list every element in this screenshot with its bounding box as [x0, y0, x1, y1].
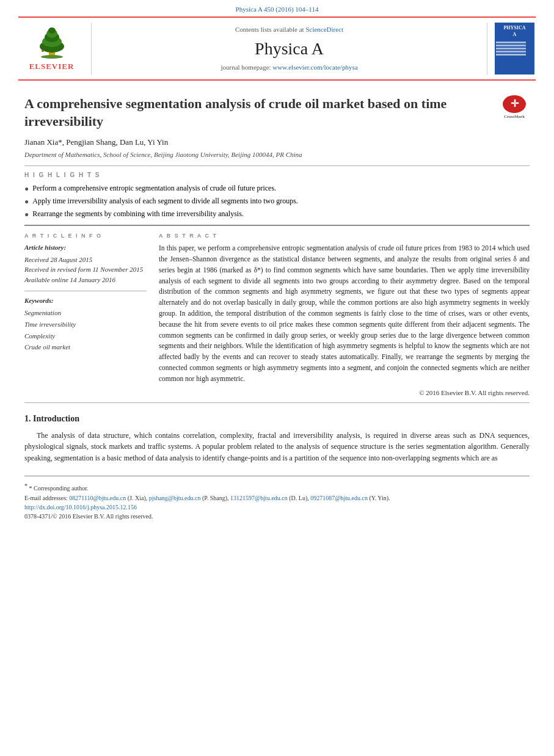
- elsevier-logo: ELSEVIER: [18, 23, 92, 75]
- highlights-title: H I G H L I G H T S: [24, 171, 530, 180]
- keywords-title: Keywords:: [24, 296, 147, 305]
- article-history-block: Article history: Received 28 August 2015…: [24, 243, 147, 285]
- divider-2: [24, 225, 530, 226]
- authors-text: Jianan Xia*, Pengjian Shang, Dan Lu, Yi …: [24, 137, 168, 147]
- received-date: Received 28 August 2015: [24, 255, 147, 265]
- article-title-text: A comprehensive segmentation analysis of…: [24, 95, 493, 130]
- doi-link[interactable]: http://dx.doi.org/10.1016/j.physa.2015.1…: [24, 504, 137, 511]
- svg-point-7: [42, 49, 44, 52]
- article-info-label: A R T I C L E I N F O: [24, 232, 147, 240]
- footnote-star-icon: *: [24, 482, 27, 489]
- divider-4: [24, 402, 530, 403]
- journal-cover: PHYSICAA: [487, 23, 536, 75]
- highlight-text-1: Perform a comprehensive entropic segment…: [32, 183, 276, 194]
- email-xia[interactable]: 08271110@bjtu.edu.cn: [69, 495, 126, 501]
- elsevier-brand-text: ELSEVIER: [29, 61, 75, 72]
- homepage-line: journal homepage: www.elsevier.com/locat…: [221, 63, 357, 72]
- highlight-item-2: ● Apply time irreversibility analysis of…: [24, 196, 530, 207]
- cover-image: PHYSICAA: [495, 23, 534, 75]
- email-lu[interactable]: 13121597@bjtu.edu.cn: [230, 495, 288, 501]
- email-yin[interactable]: 09271087@bjtu.edu.cn: [310, 495, 368, 501]
- two-column-layout: A R T I C L E I N F O Article history: R…: [24, 232, 530, 398]
- revised-date: Received in revised form 11 November 201…: [24, 264, 147, 275]
- left-column: A R T I C L E I N F O Article history: R…: [24, 232, 147, 398]
- available-date: Available online 14 January 2016: [24, 275, 147, 285]
- authors-line: Jianan Xia*, Pengjian Shang, Dan Lu, Yi …: [24, 137, 530, 148]
- article-body: A comprehensive segmentation analysis of…: [0, 81, 554, 532]
- introduction-section: 1. Introduction The analysis of data str…: [24, 413, 530, 463]
- journal-center: Contents lists available at ScienceDirec…: [92, 23, 487, 75]
- crossmark-label: CrossMark: [504, 114, 525, 120]
- bullet-icon-2: ●: [24, 197, 29, 207]
- article-title-block: A comprehensive segmentation analysis of…: [24, 95, 530, 130]
- journal-header: ELSEVIER Contents lists available at Sci…: [18, 16, 536, 81]
- issn-line: 0378-4371/© 2016 Elsevier B.V. All right…: [24, 512, 530, 521]
- doi-line: http://dx.doi.org/10.1016/j.physa.2015.1…: [24, 503, 530, 512]
- abstract-text: In this paper, we perform a comprehensiv…: [159, 243, 530, 385]
- email-label: E-mail addresses:: [24, 495, 68, 501]
- svg-point-6: [48, 27, 56, 34]
- email-shang[interactable]: pjshang@bjtu.edu.cn: [149, 495, 201, 501]
- highlight-text-2: Apply time irreversibility analysis of e…: [32, 196, 298, 206]
- page: Physica A 450 (2016) 104–114 ELSEVIER: [0, 0, 554, 756]
- crossmark-badge-block: ✛ CrossMark: [499, 95, 530, 120]
- cover-decoration: [496, 40, 533, 57]
- divider-3: [24, 291, 147, 291]
- keyword-2: Time irreversibility: [24, 319, 147, 330]
- keyword-1: Segmentation: [24, 307, 147, 319]
- right-column: A B S T R A C T In this paper, we perfor…: [159, 232, 530, 398]
- highlight-item-1: ● Perform a comprehensive entropic segme…: [24, 183, 530, 194]
- contents-available-text: Contents lists available at: [235, 26, 304, 33]
- citation-text: Physica A 450 (2016) 104–114: [236, 5, 319, 13]
- svg-point-1: [41, 55, 63, 59]
- bullet-icon-1: ●: [24, 184, 29, 194]
- homepage-label: journal homepage:: [221, 64, 271, 71]
- article-history-title: Article history:: [24, 243, 147, 252]
- corresponding-author-label: * Corresponding author.: [29, 485, 89, 492]
- keyword-3: Complexity: [24, 330, 147, 342]
- divider-1: [24, 165, 530, 166]
- corresponding-author-note: * * Corresponding author.: [24, 481, 530, 493]
- abstract-label: A B S T R A C T: [159, 232, 530, 240]
- keyword-4: Crude oil market: [24, 341, 147, 353]
- email-line: E-mail addresses: 08271110@bjtu.edu.cn (…: [24, 493, 530, 503]
- section-title: Introduction: [33, 414, 79, 423]
- affiliation-text: Department of Mathematics, School of Sci…: [24, 150, 530, 159]
- keywords-block: Keywords: Segmentation Time irreversibil…: [24, 296, 147, 353]
- journal-citation: Physica A 450 (2016) 104–114: [0, 0, 554, 16]
- highlight-item-3: ● Rearrange the segments by combining wi…: [24, 209, 530, 220]
- bullet-icon-3: ●: [24, 209, 29, 220]
- intro-heading: 1. Introduction: [24, 413, 530, 425]
- sciencedirect-line: Contents lists available at ScienceDirec…: [235, 25, 343, 34]
- cover-title-text: PHYSICAA: [503, 25, 525, 38]
- copyright-text: © 2016 Elsevier B.V. All rights reserved…: [159, 388, 530, 398]
- elsevier-tree-icon: [31, 25, 73, 59]
- crossmark-icon: ✛: [503, 95, 526, 113]
- journal-name: Physica A: [255, 37, 324, 60]
- sciencedirect-link[interactable]: ScienceDirect: [305, 26, 343, 33]
- homepage-url[interactable]: www.elsevier.com/locate/physa: [272, 64, 357, 71]
- section-number: 1.: [24, 414, 31, 423]
- intro-paragraph: The analysis of data structure, which co…: [24, 430, 530, 464]
- footer-section: * * Corresponding author. E-mail address…: [24, 476, 530, 520]
- highlights-section: H I G H L I G H T S ● Perform a comprehe…: [24, 171, 530, 219]
- highlight-text-3: Rearrange the segments by combining with…: [32, 209, 244, 219]
